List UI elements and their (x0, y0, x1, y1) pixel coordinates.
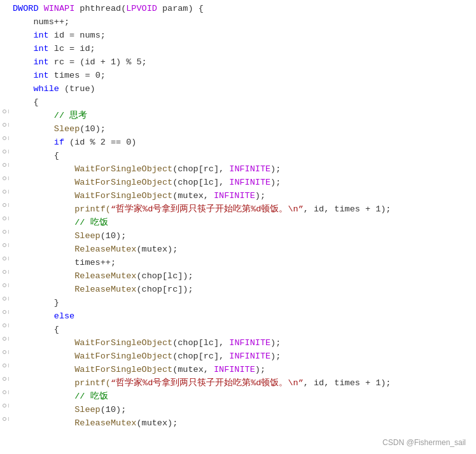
code-line: ReleaseMutex(chop[rc]); (0, 283, 476, 297)
code-text: // 吃饭 (13, 390, 471, 404)
code-text: } (13, 297, 471, 310)
code-text: Sleep(10); (13, 230, 471, 243)
code-line: ReleaseMutex(chop[lc]); (0, 270, 476, 283)
code-line: Sleep(10); (0, 123, 476, 136)
code-text: ReleaseMutex(chop[lc]); (13, 270, 471, 283)
code-line: nums++; (0, 16, 476, 29)
code-text: nums++; (13, 16, 471, 29)
line-gutter (0, 417, 9, 421)
code-line: else (0, 310, 476, 323)
code-line: int lc = id; (0, 43, 476, 56)
line-gutter (0, 123, 9, 127)
code-text: if (id % 2 == 0) (13, 136, 471, 150)
code-text: WaitForSingleObject(chop[lc], INFINITE); (13, 176, 471, 190)
code-line: int id = nums; (0, 29, 476, 43)
code-text: while (true) (13, 83, 471, 96)
code-text: printf(“哲学家%d号拿到两只筷子开始吃第%d顿饭。\n”, id, ti… (13, 203, 471, 216)
code-container: DWORD WINAPI phthread(LPVOID param) { nu… (0, 0, 476, 454)
code-text: times++; (13, 257, 471, 270)
line-gutter (0, 230, 9, 234)
code-text: Sleep(10); (13, 404, 471, 417)
code-line: WaitForSingleObject(mutex, INFINITE); (0, 190, 476, 203)
code-line: printf(“哲学家%d号拿到两只筷子开始吃第%d顿饭。\n”, id, ti… (0, 377, 476, 390)
code-line: WaitForSingleObject(chop[rc], INFINITE); (0, 350, 476, 364)
code-line: Sleep(10); (0, 404, 476, 417)
line-gutter (0, 283, 9, 287)
code-text: else (13, 310, 471, 323)
code-line: // 吃饭 (0, 390, 476, 404)
code-line: DWORD WINAPI phthread(LPVOID param) { (0, 3, 476, 16)
code-line: } (0, 297, 476, 310)
code-text: { (13, 150, 471, 163)
line-gutter (0, 270, 9, 274)
code-text: int id = nums; (13, 29, 471, 43)
code-text: Sleep(10); (13, 123, 471, 136)
line-gutter (0, 176, 9, 180)
code-line: WaitForSingleObject(chop[lc], INFINITE); (0, 337, 476, 350)
code-line: { (0, 96, 476, 110)
code-text: ReleaseMutex(chop[rc]); (13, 283, 471, 297)
code-text: WaitForSingleObject(mutex, INFINITE); (13, 364, 471, 377)
code-text: WaitForSingleObject(chop[rc], INFINITE); (13, 163, 471, 176)
code-text: // 思考 (13, 110, 471, 123)
line-gutter (0, 310, 9, 314)
code-line: WaitForSingleObject(mutex, INFINITE); (0, 364, 476, 377)
line-gutter (0, 110, 9, 113)
code-line: WaitForSingleObject(chop[rc], INFINITE); (0, 163, 476, 176)
code-line: while (true) (0, 83, 476, 96)
watermark: CSDN @Fishermen_sail (382, 437, 466, 449)
code-line: // 吃饭 (0, 216, 476, 230)
code-text: { (13, 323, 471, 337)
code-text: ReleaseMutex(mutex); (13, 243, 471, 257)
code-text: WaitForSingleObject(mutex, INFINITE); (13, 190, 471, 203)
code-line: int times = 0; (0, 69, 476, 83)
line-gutter (0, 377, 9, 381)
code-line: Sleep(10); (0, 230, 476, 243)
line-gutter (0, 190, 9, 194)
line-gutter (0, 257, 9, 260)
line-gutter (0, 390, 9, 394)
code-line: times++; (0, 257, 476, 270)
code-text: printf(“哲学家%d号拿到两只筷子开始吃第%d顿饭。\n”, id, ti… (13, 377, 471, 390)
code-line: { (0, 323, 476, 337)
code-text: int rc = (id + 1) % 5; (13, 56, 471, 69)
code-text: // 吃饭 (13, 216, 471, 230)
code-line: WaitForSingleObject(chop[lc], INFINITE); (0, 176, 476, 190)
code-text: WaitForSingleObject(chop[rc], INFINITE); (13, 350, 471, 364)
line-gutter (0, 350, 9, 354)
line-gutter (0, 203, 9, 207)
code-line: if (id % 2 == 0) (0, 136, 476, 150)
code-text: WaitForSingleObject(chop[lc], INFINITE); (13, 337, 471, 350)
line-gutter (0, 323, 9, 327)
line-gutter (0, 243, 9, 247)
line-gutter (0, 150, 9, 153)
code-line: ReleaseMutex(mutex); (0, 417, 476, 430)
code-line: int rc = (id + 1) % 5; (0, 56, 476, 69)
code-text: int lc = id; (13, 43, 471, 56)
line-gutter (0, 297, 9, 301)
code-text: ReleaseMutex(mutex); (13, 417, 471, 430)
code-line: // 思考 (0, 110, 476, 123)
code-line: { (0, 150, 476, 163)
code-text: int times = 0; (13, 69, 471, 83)
line-gutter (0, 136, 9, 140)
line-gutter (0, 404, 9, 408)
line-gutter (0, 337, 9, 341)
code-text: DWORD WINAPI phthread(LPVOID param) { (13, 3, 471, 16)
code-line: printf(“哲学家%d号拿到两只筷子开始吃第%d顿饭。\n”, id, ti… (0, 203, 476, 216)
code-text: { (13, 96, 471, 110)
line-gutter (0, 163, 9, 167)
line-gutter (0, 364, 9, 367)
line-gutter (0, 216, 9, 220)
code-line: ReleaseMutex(mutex); (0, 243, 476, 257)
